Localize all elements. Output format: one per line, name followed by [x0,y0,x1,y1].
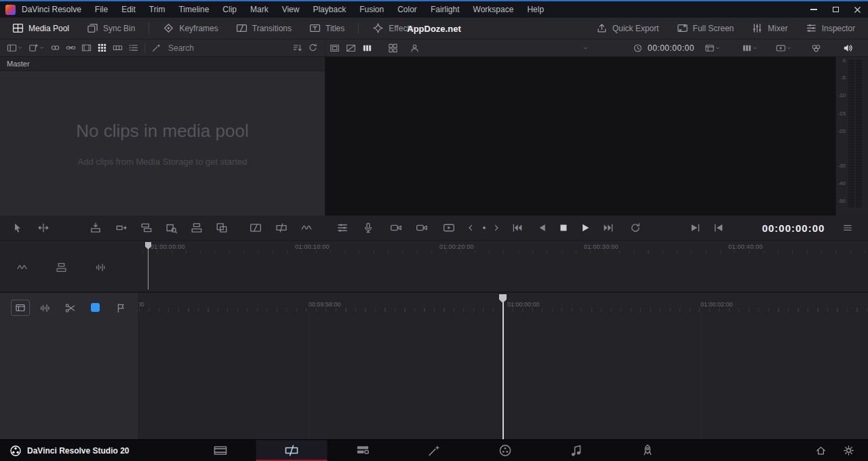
page-fairlight-button[interactable] [541,440,612,461]
place-on-top-button[interactable] [191,222,203,234]
smart-filter-button[interactable] [149,43,164,53]
audio-meter-toggle-button[interactable] [842,43,853,54]
voiceover-button[interactable] [362,222,374,234]
menu-item-playback[interactable]: Playback [306,5,353,14]
play-around-button[interactable] [689,222,701,234]
sync-bin-button[interactable]: Sync Bin [78,18,144,39]
create-bin-button[interactable] [26,43,47,53]
viewer-timecode[interactable]: 00:00:00:00 [648,43,694,53]
menu-item-help[interactable]: Help [520,5,551,14]
audio-levels-button[interactable] [95,262,106,273]
menu-item-trim[interactable]: Trim [142,5,172,14]
tools-button[interactable] [336,222,349,234]
strip-view-button[interactable] [110,43,125,53]
viewer-overlay-dropdown[interactable] [742,43,758,53]
menu-item-edit[interactable]: Edit [115,5,142,14]
go-to-start-button[interactable] [511,222,524,234]
audio-waveform-button[interactable] [39,302,51,314]
flag-button[interactable] [115,302,127,314]
menu-item-clip[interactable]: Clip [216,5,243,14]
relink-media-button[interactable] [63,43,79,53]
smooth-cut-button[interactable] [300,222,313,234]
thumbnail-view-button[interactable] [94,43,110,53]
pointer-tool-button[interactable] [12,222,24,234]
clone-bin-button[interactable] [47,43,63,53]
titles-button[interactable]: Titles [300,18,353,39]
camera-a-button[interactable] [390,222,402,234]
stop-button[interactable] [557,222,570,234]
inspector-button[interactable]: Inspector [797,18,864,39]
maximize-button[interactable] [825,1,846,18]
page-edit-button[interactable] [328,440,399,461]
razor-tool-button[interactable] [275,222,288,234]
color-management-button[interactable] [811,43,821,53]
resize-viewer-button[interactable] [330,43,340,53]
step-forward-button[interactable] [491,222,502,233]
menu-item-fairlight[interactable]: Fairlight [424,5,467,14]
quick-export-button[interactable]: Quick Export [587,18,668,39]
viewer-overlay-button[interactable] [362,43,372,53]
sort-order-button[interactable] [290,43,305,53]
page-cut-button[interactable] [256,440,328,461]
menu-item-workspace[interactable]: Workspace [467,5,521,14]
viewer-panel[interactable] [326,57,835,216]
step-back-button[interactable] [465,222,476,233]
refresh-button[interactable] [305,43,321,53]
media-pool-panel-toggle-button[interactable] [4,43,26,53]
mixer-button[interactable]: Mixer [743,18,796,39]
viewer-options-dropdown[interactable] [776,43,792,53]
smart-insert-button[interactable] [90,222,102,234]
ripple-overwrite-button[interactable] [140,222,153,234]
page-fusion-button[interactable] [399,440,470,461]
source-overwrite-button[interactable] [216,222,228,234]
play-button[interactable] [579,222,591,234]
keyframes-button[interactable]: Keyframes [154,18,226,39]
timeline-timecode[interactable]: 00:00:00:00 [760,222,827,234]
menu-item-fusion[interactable]: Fusion [353,5,391,14]
viewer-zoom-dropdown[interactable] [705,43,721,53]
current-frame-button[interactable] [479,222,490,233]
multicam-view-button[interactable] [388,43,398,53]
page-media-button[interactable] [185,440,256,461]
list-view-button[interactable] [125,43,141,53]
menu-item-mark[interactable]: Mark [243,5,275,14]
face-detect-button[interactable] [410,43,420,53]
bin-path-bar[interactable]: Master [0,57,325,71]
transition-tool-button[interactable] [250,222,262,234]
menu-item-file[interactable]: File [88,5,115,14]
close-up-button[interactable] [165,222,178,234]
menu-item-timeline[interactable]: Timeline [172,5,216,14]
camera-b-button[interactable] [416,222,428,234]
timeline-select-dropdown[interactable] [583,45,589,51]
track-layers-button[interactable] [56,262,67,273]
media-pool-button[interactable]: Media Pool [3,18,78,39]
safe-area-button[interactable] [346,43,356,53]
match-frame-button[interactable] [713,222,725,234]
filmstrip-view-button[interactable] [79,43,94,53]
append-button[interactable] [115,222,127,234]
close-button[interactable] [846,1,868,18]
timeline-options-button[interactable] [842,222,853,233]
timeline-view-button[interactable] [11,300,30,316]
play-reverse-button[interactable] [536,222,548,234]
full-screen-button[interactable]: Full Screen [668,18,743,39]
menu-item-view[interactable]: View [275,5,307,14]
menu-item-color[interactable]: Color [391,5,424,14]
go-to-end-button[interactable] [602,222,614,234]
boring-detector-button[interactable] [16,262,28,273]
live-preview-button[interactable] [443,222,455,234]
page-color-button[interactable] [470,440,541,461]
project-settings-button[interactable] [843,445,854,456]
transitions-button[interactable]: Transitions [227,18,300,39]
loop-button[interactable] [629,222,642,234]
minimize-button[interactable] [803,1,825,18]
split-clip-button[interactable] [64,302,76,314]
marker-color-swatch[interactable] [91,303,100,312]
project-manager-button[interactable] [815,445,827,456]
trim-tool-button[interactable] [37,222,50,234]
page-deliver-button[interactable] [612,440,684,461]
search-input[interactable] [168,43,290,53]
meter-label: -40 [836,181,846,186]
timeline-track-area[interactable]: 00:59:56:00 00:59:58:00 01:00:00:00 01:0… [139,293,868,439]
timeline-overview[interactable]: 01:00:00:00 01:00:10:00 01:00:20:00 01:0… [0,241,868,293]
